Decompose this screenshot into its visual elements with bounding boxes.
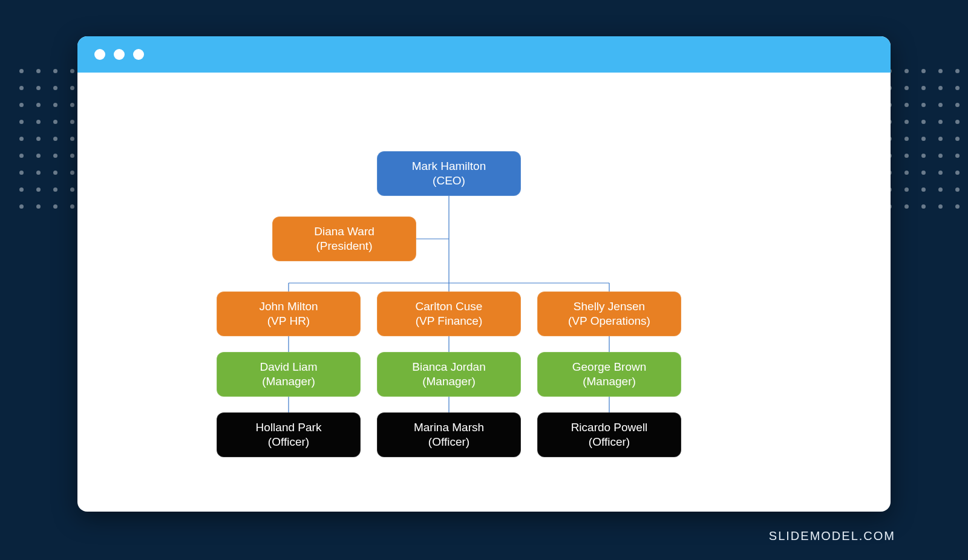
window-control-dot	[94, 49, 105, 60]
org-node-title: (VP HR)	[267, 314, 310, 328]
org-node-name: Ricardo Powell	[571, 420, 648, 435]
org-node-officer-operations: Ricardo Powell (Officer)	[537, 412, 681, 457]
attribution-label: SLIDEMODEL.COM	[769, 529, 895, 543]
org-node-title: (President)	[316, 239, 373, 253]
org-chart-canvas: Mark Hamilton (CEO) Diana Ward (Presiden…	[77, 73, 891, 512]
org-node-ceo: Mark Hamilton (CEO)	[377, 151, 521, 196]
org-node-title: (CEO)	[433, 174, 465, 188]
window-control-dot	[114, 49, 125, 60]
org-node-vp-finance: Carlton Cuse (VP Finance)	[377, 291, 521, 336]
org-node-manager-hr: David Liam (Manager)	[217, 352, 361, 397]
org-node-manager-operations: George Brown (Manager)	[537, 352, 681, 397]
org-node-name: Mark Hamilton	[412, 159, 486, 174]
org-node-officer-finance: Marina Marsh (Officer)	[377, 412, 521, 457]
org-node-president: Diana Ward (President)	[272, 217, 416, 261]
org-node-title: (Officer)	[268, 435, 309, 449]
window-titlebar	[77, 36, 891, 73]
org-node-vp-hr: John Milton (VP HR)	[217, 291, 361, 336]
org-node-title: (Manager)	[583, 374, 636, 389]
org-node-title: (Manager)	[262, 374, 315, 389]
org-node-name: David Liam	[260, 360, 317, 374]
org-node-title: (Manager)	[422, 374, 476, 389]
org-node-title: (Officer)	[428, 435, 469, 449]
org-node-name: Diana Ward	[314, 224, 374, 239]
browser-window: Mark Hamilton (CEO) Diana Ward (Presiden…	[77, 36, 891, 512]
org-node-title: (Officer)	[589, 435, 630, 449]
org-node-name: Shelly Jensen	[574, 299, 645, 314]
org-node-name: George Brown	[572, 360, 647, 374]
org-node-officer-hr: Holland Park (Officer)	[217, 412, 361, 457]
org-node-name: Holland Park	[256, 420, 322, 435]
org-node-vp-operations: Shelly Jensen (VP Operations)	[537, 291, 681, 336]
org-node-name: Bianca Jordan	[412, 360, 485, 374]
org-node-name: John Milton	[259, 299, 318, 314]
org-node-name: Carlton Cuse	[416, 299, 483, 314]
org-node-title: (VP Operations)	[568, 314, 650, 328]
org-node-manager-finance: Bianca Jordan (Manager)	[377, 352, 521, 397]
org-node-title: (VP Finance)	[416, 314, 483, 328]
window-control-dot	[133, 49, 144, 60]
org-node-name: Marina Marsh	[414, 420, 484, 435]
